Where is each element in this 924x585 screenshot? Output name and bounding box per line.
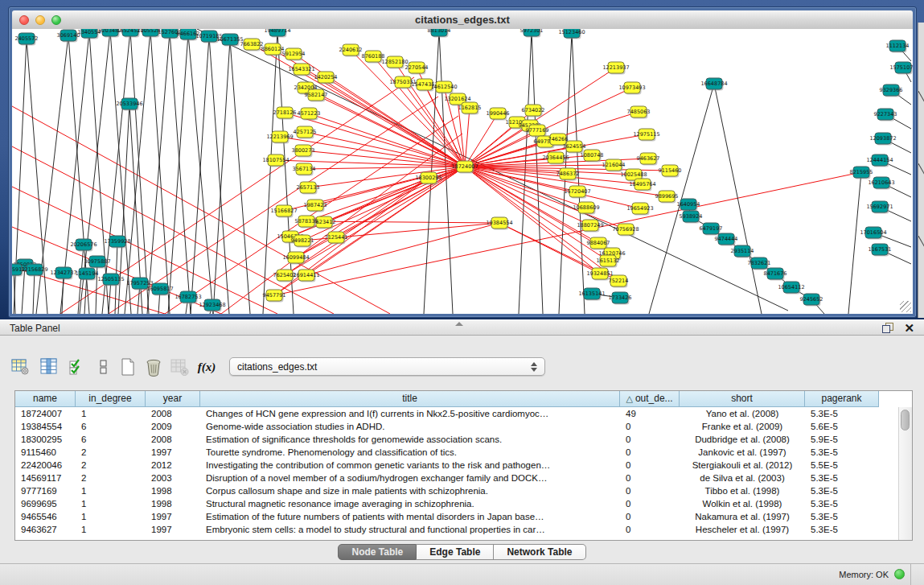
graph-node[interactable]: 1167531 bbox=[869, 244, 892, 257]
graph-node[interactable]: 20206576 bbox=[70, 239, 97, 252]
graph-node[interactable]: 2270544 bbox=[405, 62, 429, 75]
graph-node[interactable]: 12213969 bbox=[266, 131, 293, 144]
graph-node[interactable]: 19654923 bbox=[626, 203, 653, 216]
graph-node[interactable]: 8860124 bbox=[261, 43, 285, 56]
graph-node[interactable]: 12505135 bbox=[97, 274, 124, 286]
graph-node[interactable]: 7485063 bbox=[627, 106, 651, 119]
column-header-title[interactable]: title bbox=[200, 391, 620, 407]
graph-node[interactable]: 5972301 bbox=[520, 29, 544, 38]
column-header-name[interactable]: name bbox=[15, 391, 76, 407]
graph-node[interactable]: 19489714 bbox=[264, 29, 290, 38]
graph-node[interactable]: 1733426 bbox=[609, 292, 632, 305]
table-row[interactable]: 977716911998Corpus callosum shape and si… bbox=[15, 484, 899, 497]
graph-node[interactable]: 9115460 bbox=[659, 165, 682, 178]
column-header-pagerank[interactable]: pagerank bbox=[805, 391, 879, 407]
graph-node[interactable]: 9227343 bbox=[874, 109, 897, 122]
graph-node[interactable]: 9463627 bbox=[637, 153, 660, 166]
graph-node[interactable]: 12444154 bbox=[866, 154, 893, 167]
graph-node[interactable]: 17016504 bbox=[860, 227, 886, 240]
graph-node[interactable]: 12213937 bbox=[602, 62, 629, 75]
graph-node[interactable]: 15166827 bbox=[270, 205, 297, 218]
graph-node[interactable]: 2935114 bbox=[731, 245, 754, 258]
graph-node[interactable]: 3567134 bbox=[293, 163, 316, 176]
graph-node[interactable]: 4571223 bbox=[298, 108, 321, 121]
graph-node[interactable]: 1216044 bbox=[602, 159, 626, 172]
graph-node[interactable]: 6734022 bbox=[522, 105, 545, 117]
graph-node[interactable]: 2718126 bbox=[273, 107, 297, 120]
graph-node[interactable]: 12156829 bbox=[21, 264, 47, 277]
table-vertical-scrollbar[interactable] bbox=[898, 407, 912, 540]
table-row[interactable]: 2242004622012Investigating the contribut… bbox=[15, 459, 899, 472]
graph-node[interactable]: 1990446 bbox=[487, 108, 510, 121]
graph-node[interactable]: 5878335 bbox=[295, 216, 318, 229]
graph-node[interactable]: 12975115 bbox=[633, 129, 659, 142]
table-row[interactable]: 1830029562008Estimation of significance … bbox=[15, 433, 899, 446]
graph-node[interactable]: 8215955 bbox=[850, 167, 873, 179]
table-row[interactable]: 946362711997Embryonic stem cells: a mode… bbox=[15, 523, 899, 536]
graph-node[interactable]: 7663822 bbox=[240, 39, 264, 51]
table-selector-dropdown[interactable]: citations_edges.txt bbox=[229, 357, 545, 376]
graph-node[interactable]: 3800273 bbox=[292, 145, 315, 158]
column-header-out_de[interactable]: △out_de... bbox=[620, 391, 680, 407]
graph-node[interactable]: 7486372 bbox=[556, 168, 580, 181]
graph-node[interactable]: 3069140 bbox=[57, 30, 80, 43]
network-window-titlebar[interactable]: citations_edges.txt bbox=[12, 10, 913, 30]
graph-node[interactable]: 15123460 bbox=[558, 29, 585, 39]
graph-node[interactable]: 9777169 bbox=[526, 125, 549, 138]
table-row[interactable]: 969969511998Structural magnetic resonanc… bbox=[15, 497, 899, 510]
graph-node[interactable]: 20533946 bbox=[116, 98, 142, 111]
tab-edge-table[interactable]: Edge Table bbox=[417, 544, 494, 560]
graph-node[interactable]: 4257125 bbox=[294, 126, 317, 139]
graph-node[interactable]: 1080748 bbox=[581, 150, 604, 163]
graph-node[interactable]: 70756928 bbox=[612, 224, 639, 237]
float-panel-icon[interactable] bbox=[882, 323, 893, 333]
table-row[interactable]: 1456911722003Disruption of a novel membe… bbox=[15, 472, 899, 484]
graph-node[interactable]: 10688609 bbox=[573, 202, 599, 215]
scrollbar-thumb[interactable] bbox=[901, 410, 910, 431]
column-header-year[interactable]: year bbox=[146, 391, 200, 407]
graph-node[interactable]: 16135141 bbox=[578, 288, 605, 301]
graph-node[interactable]: 2405572 bbox=[15, 33, 39, 46]
graph-node[interactable]: 1615132 bbox=[597, 255, 620, 268]
graph-node[interactable]: 1987423 bbox=[304, 200, 327, 212]
graph-node[interactable]: 7125441 bbox=[325, 232, 348, 245]
table-row[interactable]: 911546021997Tourette syndrome. Phenomeno… bbox=[15, 446, 899, 459]
table-settings-icon[interactable] bbox=[10, 356, 31, 377]
graph-node[interactable]: 18495764 bbox=[629, 179, 655, 192]
row-height-icon[interactable] bbox=[93, 356, 114, 377]
column-header-short[interactable]: short bbox=[680, 391, 805, 407]
graph-node[interactable]: 9329366 bbox=[880, 84, 903, 97]
table-row[interactable]: 946554611997Estimation of the future num… bbox=[15, 510, 899, 523]
tab-node-table[interactable]: Node Table bbox=[338, 544, 417, 560]
table-row[interactable]: 1938455462009Genome-wide association stu… bbox=[15, 420, 899, 433]
graph-node[interactable]: 15751074 bbox=[889, 62, 913, 75]
graph-node[interactable]: 8813014 bbox=[428, 29, 451, 38]
graph-node[interactable]: 1640954 bbox=[677, 199, 700, 212]
network-canvas-svg[interactable]: 2405572306914013405549203482165245211005… bbox=[12, 29, 913, 314]
graph-node[interactable]: 2657133 bbox=[297, 182, 320, 195]
graph-node[interactable]: 9474444 bbox=[715, 233, 738, 246]
graph-node[interactable]: 15692971 bbox=[866, 201, 893, 214]
new-table-icon[interactable] bbox=[117, 356, 138, 377]
table-row[interactable]: 1872400712008Changes of HCN gene express… bbox=[15, 407, 899, 420]
function-builder-icon[interactable]: f(x) bbox=[196, 356, 217, 377]
graph-node[interactable]: 16648784 bbox=[700, 78, 727, 91]
graph-node[interactable]: 16782753 bbox=[175, 291, 201, 304]
network-canvas[interactable]: 2405572306914013405549203482165245211005… bbox=[12, 29, 913, 314]
network-view-window[interactable]: citations_edges.txt 24055723069140134055… bbox=[8, 6, 917, 318]
graph-node[interactable]: 1145194 bbox=[76, 268, 99, 281]
graph-node[interactable]: 1340554 bbox=[78, 29, 101, 39]
column-visibility-icon[interactable] bbox=[39, 356, 60, 377]
graph-node[interactable]: 9582147 bbox=[305, 89, 328, 102]
tab-network-table[interactable]: Network Table bbox=[494, 544, 585, 560]
graph-node[interactable]: 5912954 bbox=[282, 48, 306, 61]
column-header-in_degree[interactable]: in_degree bbox=[76, 391, 146, 407]
window-resize-grip[interactable] bbox=[900, 301, 911, 312]
graph-node[interactable]: 12342737 bbox=[50, 267, 76, 280]
table-panel-header[interactable]: Table Panel ✕ bbox=[0, 319, 924, 336]
close-panel-icon[interactable]: ✕ bbox=[904, 321, 914, 335]
graph-node[interactable]: 15720407 bbox=[564, 186, 590, 199]
graph-node[interactable]: 1162815 bbox=[458, 102, 482, 115]
graph-node[interactable]: 8471676 bbox=[764, 268, 787, 281]
delete-table-icon[interactable] bbox=[143, 356, 164, 377]
